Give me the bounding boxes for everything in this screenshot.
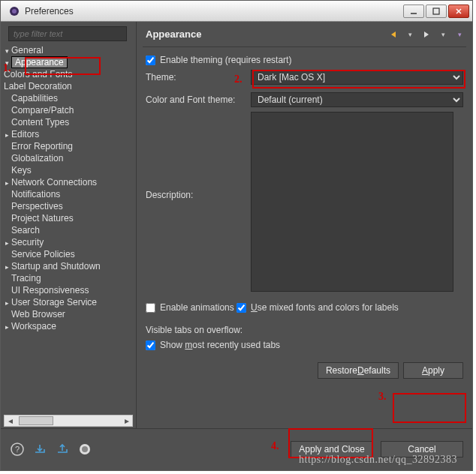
- tree-item-11[interactable]: Search: [4, 224, 136, 236]
- enable-theming-row: Enable theming (requires restart): [146, 55, 291, 65]
- tree-item-7[interactable]: ▸Network Connections: [4, 176, 136, 188]
- theme-select[interactable]: Dark [Mac OS X]: [251, 70, 463, 85]
- window-controls: [403, 4, 469, 18]
- tree-item-14[interactable]: ▸Startup and Shutdown: [4, 260, 136, 272]
- apply-button[interactable]: Apply: [403, 362, 463, 379]
- enable-animations-row: Enable animations: [146, 302, 234, 313]
- preferences-tree[interactable]: ▾General▾AppearanceColors and FontsLabel…: [4, 44, 136, 332]
- window-title: Preferences: [25, 6, 403, 16]
- titlebar[interactable]: Preferences: [1, 1, 472, 22]
- tree-item-10[interactable]: Project Natures: [4, 212, 136, 224]
- theme-label: Theme:: [146, 72, 251, 82]
- mixed-fonts-label: Use mixed fonts and colors for labels: [251, 302, 399, 313]
- mixed-fonts-row: Use mixed fonts and colors for labels: [236, 302, 399, 313]
- oomph-icon[interactable]: [77, 442, 92, 457]
- enable-animations-checkbox[interactable]: [146, 303, 155, 313]
- description-textarea[interactable]: [251, 112, 453, 292]
- tree-item-0[interactable]: Capabilities: [4, 92, 136, 104]
- tree-item-15[interactable]: Tracing: [4, 272, 136, 284]
- colorfont-row: Color and Font theme: Default (current): [146, 92, 463, 107]
- forward-menu-icon[interactable]: ▾: [436, 28, 450, 41]
- forward-icon[interactable]: [420, 28, 433, 41]
- page-header: Appearance ▾ ▾ ▾: [143, 22, 466, 47]
- svg-point-1: [12, 9, 17, 14]
- scroll-thumb[interactable]: [19, 416, 53, 425]
- dialog-buttons-bar: ? Apply and Close Cancel: [1, 428, 472, 469]
- visible-tabs-label: Visible tabs on overflow:: [146, 325, 463, 335]
- svg-rect-3: [433, 8, 439, 14]
- horizontal-scrollbar[interactable]: ◂ ▸: [4, 415, 133, 427]
- svg-text:?: ?: [15, 445, 20, 454]
- apply-and-close-button[interactable]: Apply and Close: [291, 441, 373, 458]
- appearance-form: Enable theming (requires restart) Theme:…: [143, 47, 466, 379]
- filter-input[interactable]: [8, 26, 127, 41]
- tree-item-16[interactable]: UI Responsiveness: [4, 284, 136, 296]
- tree-item-17[interactable]: ▸User Storage Service: [4, 296, 136, 308]
- export-icon[interactable]: [55, 442, 70, 457]
- back-icon[interactable]: [387, 28, 400, 41]
- show-mru-row: Show most recently used tabs: [146, 340, 280, 350]
- tree-item-general[interactable]: ▾General: [4, 44, 136, 56]
- tree-item-sub-0[interactable]: Colors and Fonts: [4, 68, 136, 80]
- maximize-button[interactable]: [426, 4, 447, 18]
- tree-item-8[interactable]: Notifications: [4, 188, 136, 200]
- mixed-fonts-checkbox[interactable]: [236, 303, 246, 313]
- content-area: ▾General▾AppearanceColors and FontsLabel…: [1, 22, 472, 428]
- description-label: Description:: [146, 190, 251, 200]
- tree-item-3[interactable]: ▸Editors: [4, 128, 136, 140]
- enable-theming-label: Enable theming (requires restart): [160, 55, 291, 65]
- tree-item-sub-1[interactable]: Label Decoration: [4, 80, 136, 92]
- tree-item-1[interactable]: Compare/Patch: [4, 104, 136, 116]
- svg-point-9: [82, 446, 88, 452]
- tree-item-appearance[interactable]: ▾Appearance: [4, 56, 136, 68]
- close-button[interactable]: [448, 4, 469, 18]
- minimize-button[interactable]: [403, 4, 424, 18]
- tree-item-5[interactable]: Globalization: [4, 152, 136, 164]
- preferences-window: Preferences ▾General▾AppearanceColors an…: [0, 0, 473, 471]
- colorfont-label: Color and Font theme:: [146, 94, 251, 105]
- preferences-page: Appearance ▾ ▾ ▾ Enable theming (require…: [136, 22, 472, 428]
- colorfont-select[interactable]: Default (current): [251, 92, 463, 107]
- help-icon[interactable]: ?: [10, 442, 25, 457]
- scroll-left-icon[interactable]: ◂: [5, 416, 16, 426]
- restore-defaults-button[interactable]: Restore Defaults: [318, 362, 399, 379]
- page-title: Appearance: [143, 28, 387, 40]
- show-mru-checkbox[interactable]: [146, 340, 155, 350]
- tree-item-6[interactable]: Keys: [4, 164, 136, 176]
- preferences-tree-pane: ▾General▾AppearanceColors and FontsLabel…: [1, 22, 136, 428]
- show-mru-label: Show most recently used tabs: [160, 340, 280, 350]
- enable-animations-label: Enable animations: [160, 302, 234, 313]
- tree-item-9[interactable]: Perspectives: [4, 200, 136, 212]
- tree-item-13[interactable]: Service Policies: [4, 248, 136, 260]
- page-menu-icon[interactable]: ▾: [453, 28, 466, 41]
- cancel-button[interactable]: Cancel: [381, 441, 463, 458]
- tree-item-2[interactable]: Content Types: [4, 116, 136, 128]
- enable-theming-checkbox[interactable]: [146, 56, 155, 65]
- filter-box: [8, 26, 131, 41]
- scroll-right-icon[interactable]: ▸: [121, 416, 132, 426]
- theme-row: Theme: Dark [Mac OS X]: [146, 70, 463, 85]
- tree-item-4[interactable]: Error Reporting: [4, 140, 136, 152]
- tree-item-18[interactable]: Web Browser: [4, 308, 136, 320]
- app-icon: [8, 5, 20, 17]
- tree-item-12[interactable]: ▸Security: [4, 236, 136, 248]
- history-nav: ▾ ▾ ▾: [387, 28, 466, 41]
- page-buttons: Restore Defaults Apply: [146, 362, 463, 379]
- back-menu-icon[interactable]: ▾: [403, 28, 417, 41]
- import-icon[interactable]: [32, 442, 47, 457]
- tree-item-19[interactable]: ▸Workspace: [4, 320, 136, 332]
